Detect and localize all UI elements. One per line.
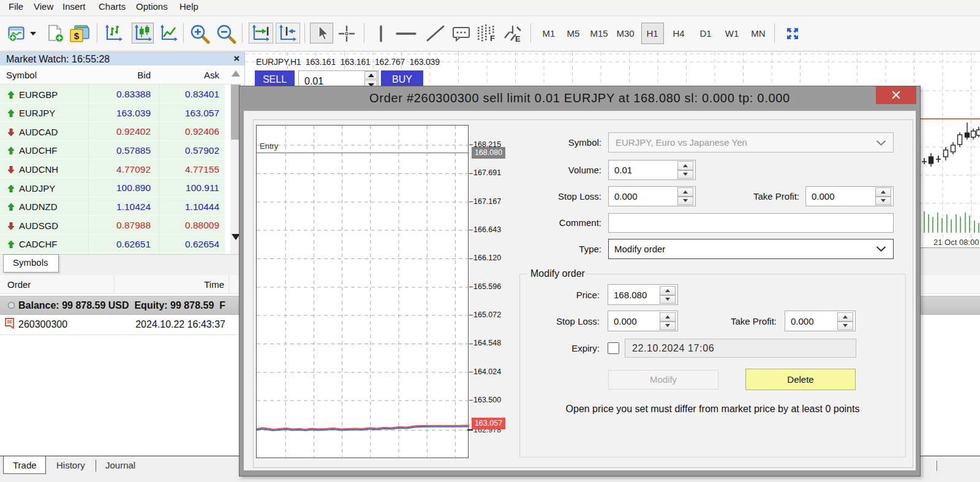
svg-text:$: $	[74, 31, 80, 41]
svg-text:E: E	[515, 34, 521, 43]
svg-text:F: F	[490, 34, 495, 43]
